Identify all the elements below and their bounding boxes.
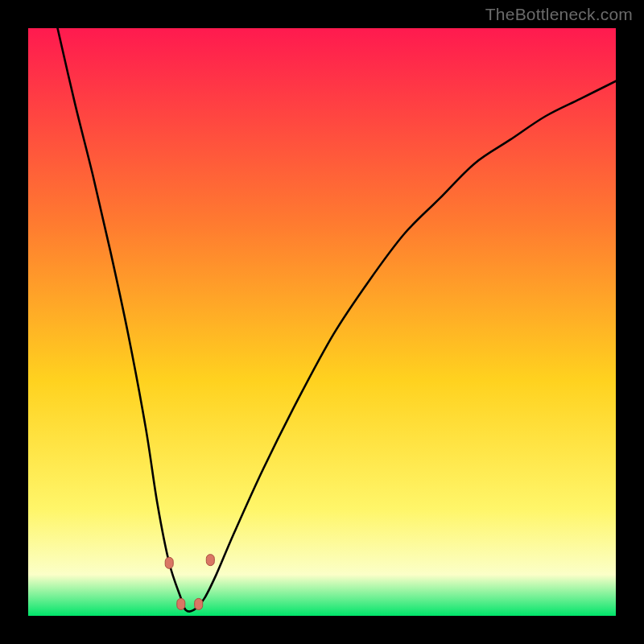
plot-area xyxy=(28,28,616,616)
watermark-text: TheBottleneck.com xyxy=(485,5,633,24)
curve-marker xyxy=(177,598,185,609)
curve-layer xyxy=(28,28,616,616)
curve-marker xyxy=(206,555,214,566)
curve-marker xyxy=(195,598,203,609)
curve-markers xyxy=(165,555,214,610)
curve-marker xyxy=(165,557,173,568)
bottleneck-curve xyxy=(58,28,617,612)
outer-frame: TheBottleneck.com xyxy=(0,0,644,644)
